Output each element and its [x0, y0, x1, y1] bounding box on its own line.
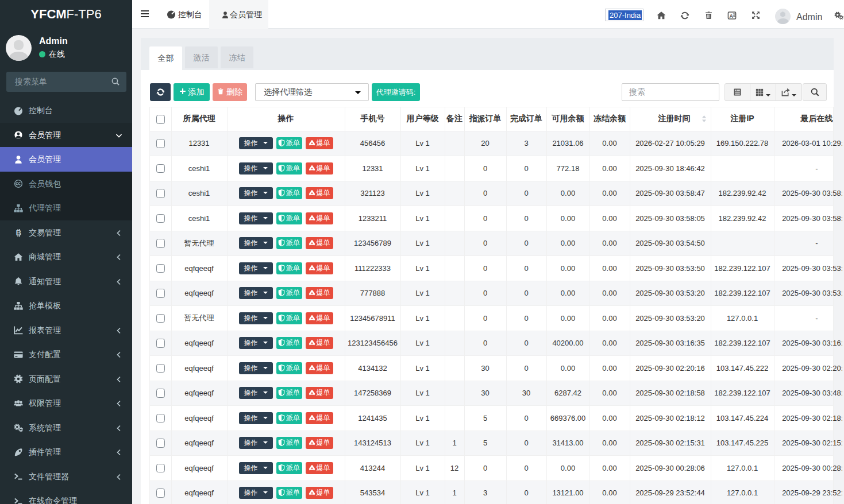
svg-text:B: B — [16, 228, 22, 237]
svg-text:A: A — [729, 13, 733, 19]
